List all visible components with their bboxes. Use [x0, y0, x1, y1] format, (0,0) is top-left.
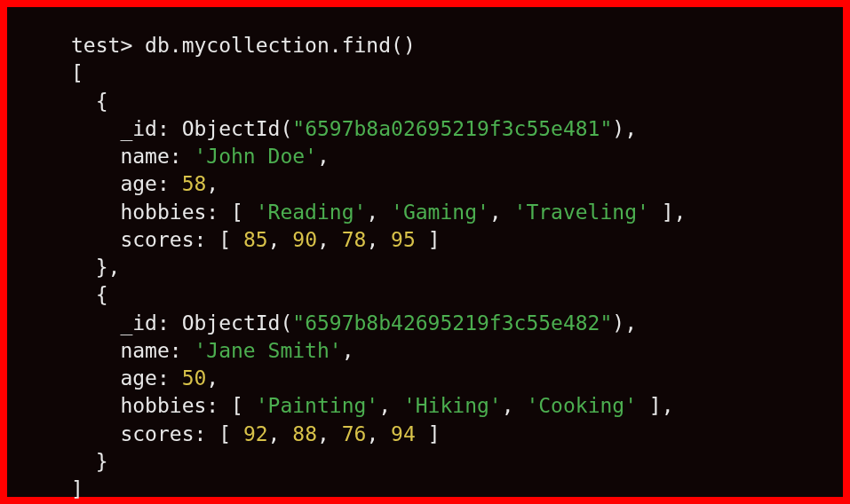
object-close: } [96, 450, 108, 473]
field-key-hobbies: hobbies [120, 394, 206, 417]
shell-command: db.mycollection.find() [145, 34, 416, 57]
score-value: 95 [391, 228, 416, 251]
field-key-name: name [120, 145, 169, 168]
score-value: 92 [243, 422, 268, 445]
objectid-func: ObjectId [182, 117, 281, 140]
field-key-age: age [120, 172, 157, 195]
shell-prompt: test> [71, 34, 132, 57]
field-key-name: name [120, 339, 169, 362]
field-key-scores: scores [120, 422, 194, 445]
score-value: 78 [342, 228, 367, 251]
hobby-value: 'Reading' [256, 201, 367, 224]
object-open: { [96, 90, 108, 113]
array-open: [ [71, 61, 83, 84]
score-value: 76 [342, 422, 367, 445]
name-value: 'John Doe' [194, 145, 316, 168]
object-open: { [96, 283, 108, 306]
age-value: 50 [182, 366, 207, 390]
hobby-value: 'Hiking' [403, 394, 502, 417]
age-value: 58 [182, 172, 207, 195]
id-value: "6597b8b42695219f3c55e482" [292, 311, 612, 335]
field-key-age: age [120, 366, 157, 390]
score-value: 85 [243, 228, 268, 251]
object-close: }, [96, 256, 121, 279]
terminal-output: test> db.mycollection.find() [ { _id: Ob… [7, 7, 843, 497]
hobby-value: 'Traveling' [514, 201, 649, 224]
hobby-value: 'Cooking' [526, 394, 637, 417]
score-value: 90 [292, 228, 317, 251]
hobby-value: 'Painting' [256, 394, 378, 417]
array-close: ] [71, 477, 83, 500]
field-key-id: _id [120, 117, 157, 140]
field-key-id: _id [120, 311, 157, 335]
score-value: 88 [292, 422, 317, 445]
name-value: 'Jane Smith' [194, 339, 341, 362]
hobby-value: 'Gaming' [391, 201, 489, 224]
field-key-hobbies: hobbies [120, 201, 206, 224]
field-key-scores: scores [120, 228, 194, 251]
id-value: "6597b8a02695219f3c55e481" [292, 117, 612, 140]
objectid-func: ObjectId [182, 311, 281, 335]
score-value: 94 [391, 422, 416, 445]
